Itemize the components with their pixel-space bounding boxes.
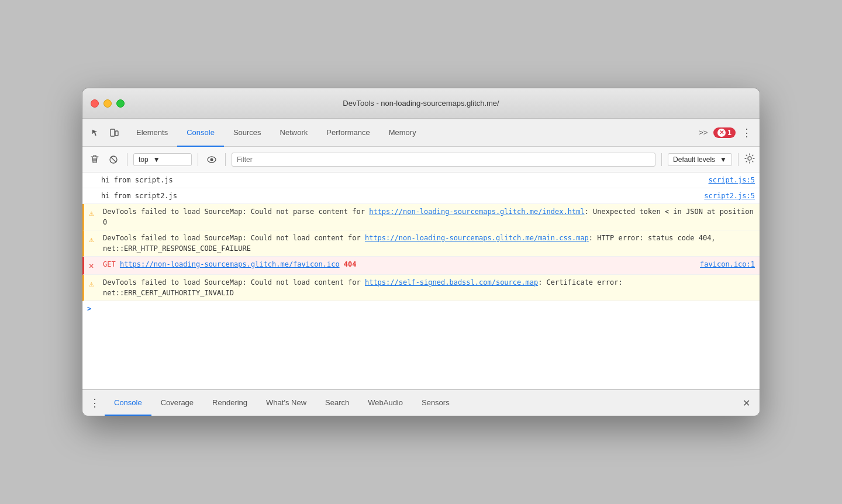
toolbar-divider-3 [225, 153, 226, 166]
warning-link-4[interactable]: https://non-loading-sourcemaps.glitch.me… [365, 234, 589, 242]
console-row-1-text: hi from script.js [101, 175, 704, 185]
toolbar-divider-4 [661, 153, 662, 166]
filter-input[interactable] [232, 153, 655, 167]
warning-link-3[interactable]: https://non-loading-sourcemaps.glitch.me… [369, 208, 584, 216]
console-row-2-source[interactable]: script2.js:5 [704, 191, 755, 201]
levels-selector[interactable]: Default levels ▼ [668, 153, 732, 166]
error-count-badge[interactable]: ✕ 1 [713, 127, 736, 138]
toolbar-divider-1 [127, 153, 127, 166]
svg-point-6 [748, 157, 751, 160]
tab-bar-right: >> ✕ 1 ⋮ [696, 125, 755, 140]
block-icon[interactable] [106, 152, 121, 167]
console-row-5: ✕ GET https://non-loading-sourcemaps.gli… [82, 257, 760, 275]
error-link-5[interactable]: https://non-loading-sourcemaps.glitch.me… [120, 260, 340, 268]
svg-line-3 [111, 157, 116, 162]
tab-sources[interactable]: Sources [224, 119, 271, 147]
error-icon-5: ✕ [89, 260, 101, 272]
console-row-6: ⚠ DevTools failed to load SourceMap: Cou… [82, 275, 760, 301]
main-tab-bar: Elements Console Sources Network Perform… [82, 119, 760, 147]
drawer-tab-whats-new[interactable]: What's New [257, 390, 316, 416]
drawer-tab-rendering[interactable]: Rendering [203, 390, 257, 416]
main-tabs: Elements Console Sources Network Perform… [127, 119, 696, 146]
console-row-3: ⚠ DevTools failed to load SourceMap: Cou… [82, 204, 760, 230]
console-row-3-text: DevTools failed to load SourceMap: Could… [103, 206, 755, 227]
console-toolbar: top ▼ Default levels ▼ [82, 147, 760, 172]
console-row-4-text: DevTools failed to load SourceMap: Could… [103, 233, 755, 254]
toolbar-divider-2 [198, 153, 198, 166]
tab-console[interactable]: Console [177, 119, 224, 147]
http-method: GET [103, 260, 116, 268]
drawer-tab-sensors[interactable]: Sensors [412, 390, 459, 416]
console-row-2-text: hi from script2.js [101, 191, 699, 201]
error-badge-icon: ✕ [717, 129, 726, 137]
close-button[interactable] [91, 99, 99, 108]
svg-point-5 [210, 158, 213, 161]
minimize-button[interactable] [103, 99, 112, 108]
drawer-tab-webaudio[interactable]: WebAudio [358, 390, 412, 416]
tab-performance[interactable]: Performance [317, 119, 379, 147]
tab-network[interactable]: Network [271, 119, 318, 147]
drawer-tab-console[interactable]: Console [105, 390, 151, 416]
window-title: DevTools - non-loading-sourcemaps.glitch… [343, 99, 499, 108]
eye-icon[interactable] [204, 152, 219, 167]
error-code-5: 404 [344, 260, 357, 268]
svg-rect-0 [111, 129, 115, 136]
devtools-window: DevTools - non-loading-sourcemaps.glitch… [82, 88, 760, 416]
warning-icon-4: ⚠ [89, 233, 101, 246]
drawer-tab-coverage[interactable]: Coverage [151, 390, 203, 416]
more-options-button[interactable]: ⋮ [739, 125, 755, 140]
console-row-1-source[interactable]: script.js:5 [709, 175, 755, 185]
console-row-5-text: GET https://non-loading-sourcemaps.glitc… [103, 259, 695, 270]
warning-icon-6: ⚠ [89, 278, 101, 290]
console-prompt[interactable]: > [82, 301, 760, 316]
tab-memory[interactable]: Memory [379, 119, 426, 147]
console-row-5-source[interactable]: favicon.ico:1 [700, 259, 755, 270]
console-output: hi from script.js script.js:5 hi from sc… [82, 172, 760, 389]
warning-icon-3: ⚠ [89, 207, 101, 219]
prompt-chevron: > [87, 305, 91, 313]
svg-rect-1 [115, 131, 118, 136]
console-row-1: hi from script.js script.js:5 [82, 172, 760, 188]
device-toolbar-icon[interactable] [106, 125, 122, 141]
inspect-element-icon[interactable] [87, 125, 103, 141]
context-selector[interactable]: top ▼ [133, 153, 192, 166]
tab-bar-icons [87, 125, 122, 141]
drawer-tab-bar: ⋮ Console Coverage Rendering What's New … [82, 389, 760, 416]
console-row-6-text: DevTools failed to load SourceMap: Could… [103, 277, 755, 298]
clear-console-icon[interactable] [87, 152, 102, 167]
warning-link-6[interactable]: https://self-signed.badssl.com/source.ma… [365, 278, 538, 286]
drawer-tab-search[interactable]: Search [316, 390, 358, 416]
console-row-4: ⚠ DevTools failed to load SourceMap: Cou… [82, 230, 760, 257]
more-tabs-button[interactable]: >> [696, 127, 710, 138]
title-bar: DevTools - non-loading-sourcemaps.glitch… [82, 88, 760, 119]
console-row-2: hi from script2.js script2.js:5 [82, 188, 760, 204]
drawer-more-icon[interactable]: ⋮ [87, 394, 102, 412]
toolbar-divider-5 [738, 153, 739, 166]
drawer-close-button[interactable]: ✕ [738, 395, 755, 411]
traffic-lights [91, 99, 125, 108]
settings-icon[interactable] [744, 153, 755, 166]
fullscreen-button[interactable] [116, 99, 125, 108]
tab-elements[interactable]: Elements [127, 119, 177, 147]
